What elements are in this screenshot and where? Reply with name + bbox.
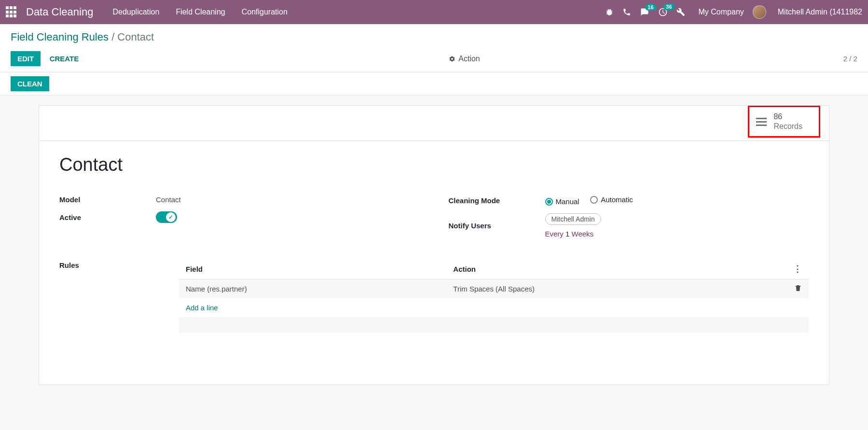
status-bar: CLEAN — [0, 72, 868, 96]
notify-user-tag[interactable]: Mitchell Admin — [545, 213, 601, 225]
action-label: Action — [458, 55, 480, 63]
phone-icon[interactable] — [622, 8, 631, 16]
cell-field: Name (res.partner) — [179, 279, 446, 299]
page-title: Contact — [59, 154, 809, 175]
cell-action: Trim Spaces (All Spaces) — [446, 279, 786, 299]
activities-badge: 36 — [663, 3, 674, 10]
apps-menu-icon[interactable] — [6, 6, 17, 18]
menu-configuration[interactable]: Configuration — [242, 8, 288, 16]
company-selector[interactable]: My Company — [699, 8, 744, 16]
user-menu[interactable]: Mitchell Admin (1411982 — [778, 8, 862, 16]
trash-icon[interactable] — [794, 285, 802, 293]
records-count: 86 — [773, 112, 802, 122]
list-icon — [756, 118, 767, 126]
table-row[interactable]: Name (res.partner) Trim Spaces (All Spac… — [179, 279, 809, 299]
pager[interactable]: 2 / 2 — [843, 55, 857, 63]
menu-field-cleaning[interactable]: Field Cleaning — [176, 8, 225, 16]
gear-icon — [449, 55, 455, 62]
menu-deduplication[interactable]: Deduplication — [112, 8, 159, 16]
label-cleaning-mode: Cleaning Mode — [449, 196, 545, 205]
control-panel: Field Cleaning Rules / Contact EDIT CREA… — [0, 24, 868, 72]
col-action: Action — [446, 259, 786, 279]
radio-automatic-label: Automatic — [601, 195, 633, 204]
edit-button[interactable]: EDIT — [11, 51, 41, 66]
clean-button[interactable]: CLEAN — [11, 76, 49, 91]
radio-automatic[interactable]: Automatic — [590, 195, 633, 204]
messages-icon[interactable]: 16 — [640, 8, 649, 16]
radio-manual-label: Manual — [556, 197, 579, 206]
avatar[interactable] — [753, 5, 766, 19]
records-stat-button[interactable]: 86 Records — [748, 106, 820, 138]
kebab-icon[interactable]: ⋮ — [793, 264, 802, 274]
col-field: Field — [179, 259, 446, 279]
bug-icon[interactable] — [605, 8, 614, 16]
breadcrumb-current: Contact — [117, 31, 154, 43]
action-dropdown[interactable]: Action — [449, 55, 480, 63]
radio-manual[interactable]: Manual — [545, 197, 579, 206]
rules-table: Field Action ⋮ Name (res.partner) Trim S… — [179, 259, 809, 333]
value-model: Contact — [156, 195, 181, 204]
form-sheet: 86 Records Contact Model Contact Active — [39, 105, 829, 385]
app-brand[interactable]: Data Cleaning — [26, 6, 93, 18]
label-model: Model — [59, 195, 156, 204]
tools-icon[interactable] — [676, 8, 685, 16]
blank-row — [179, 317, 809, 333]
breadcrumb-parent[interactable]: Field Cleaning Rules — [11, 31, 109, 43]
breadcrumb: Field Cleaning Rules / Contact — [11, 31, 857, 43]
messages-badge: 16 — [645, 4, 656, 11]
records-label: Records — [773, 122, 802, 131]
top-navbar: Data Cleaning Deduplication Field Cleani… — [0, 0, 868, 24]
label-notify-users: Notify Users — [449, 222, 545, 230]
notify-interval-text: Every 1 Weeks — [545, 230, 601, 238]
create-button[interactable]: CREATE — [43, 51, 86, 66]
add-line-link[interactable]: Add a line — [179, 299, 809, 317]
active-toggle[interactable] — [156, 211, 177, 223]
label-active: Active — [59, 213, 156, 222]
activities-icon[interactable]: 36 — [658, 7, 668, 17]
